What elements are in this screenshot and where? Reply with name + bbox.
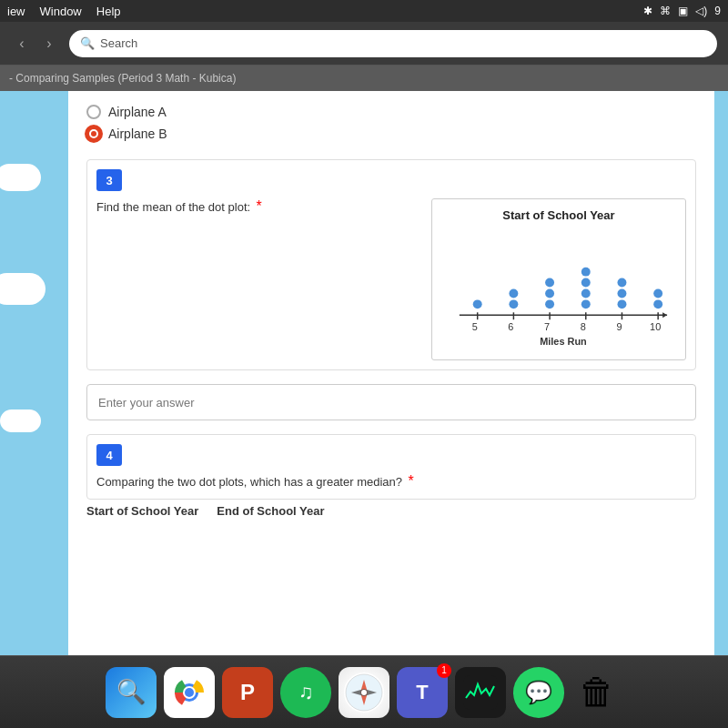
question-4-text: Comparing the two dot plots, which has a… [96,475,402,489]
search-text: Search [100,36,137,50]
dock-activity[interactable] [455,667,506,718]
bottom-label-1: Start of School Year [86,504,198,518]
dock-teams[interactable]: T 1 [397,667,448,718]
dock-spotify[interactable]: ♫ [280,667,331,718]
dock-finder[interactable]: 🔍 [106,667,157,718]
tab-bar: - Comparing Samples (Period 3 Math - Kub… [0,66,728,91]
spotify-icon: ♫ [298,681,314,704]
svg-point-17 [545,299,554,308]
dock-chrome[interactable] [164,667,215,718]
menu-bar-right: ✱ ⌘ ▣ ◁) 9 [643,5,721,17]
safari-icon [344,672,384,713]
powerpoint-icon: P [240,680,255,705]
svg-point-14 [473,299,482,308]
chrome-icon [171,674,207,711]
left-decoration [0,91,68,655]
search-bar[interactable]: 🔍 Search [69,30,717,57]
menu-bar: iew Window Help ✱ ⌘ ▣ ◁) 9 [0,0,728,22]
question-4-content: Comparing the two dot plots, which has a… [87,473,695,499]
question-3-left: Find the mean of the dot plot: * [96,198,418,360]
dock-safari[interactable] [339,667,389,718]
menu-item-window[interactable]: Window [40,5,82,18]
svg-point-20 [581,299,591,308]
question-3-content: Find the mean of the dot plot: * Start o… [87,198,695,369]
main-content: Airplane A Airplane B 3 Find the mean of… [68,91,714,655]
dock-powerpoint[interactable]: P [222,667,273,718]
svg-text:Miles Run: Miles Run [540,336,587,347]
svg-text:10: 10 [650,321,661,332]
airplane-b-label: Airplane B [108,126,167,141]
svg-point-24 [618,299,627,308]
bottom-labels: Start of School Year End of School Year [86,504,696,518]
question-4-box: 4 Comparing the two dot plots, which has… [86,434,696,500]
question-4-number: 4 [96,444,122,466]
teams-icon: T [416,681,428,704]
svg-text:7: 7 [544,321,550,332]
svg-marker-29 [662,312,667,318]
menu-item-help[interactable]: Help [96,5,121,18]
search-icon: 🔍 [80,36,95,50]
menu-item-view[interactable]: iew [7,5,25,18]
volume-icon: ◁) [695,5,707,17]
svg-point-16 [509,288,518,298]
question-3-required: * [257,198,262,214]
svg-point-28 [653,288,662,298]
svg-point-33 [185,688,194,697]
airplane-b-option[interactable]: Airplane B [86,126,696,141]
whatsapp-icon: 💬 [525,680,552,705]
svg-point-38 [361,690,367,695]
svg-point-25 [618,288,627,298]
nav-buttons: ‹ › [11,33,60,55]
right-decoration [714,91,728,655]
dot-plot-title: Start of School Year [441,208,676,222]
page-area: Airplane A Airplane B 3 Find the mean of… [0,91,728,655]
browser-chrome: ‹ › 🔍 Search [0,22,728,66]
time-display: 9 [714,5,721,17]
answer-input[interactable] [98,396,684,410]
question-4-required: * [408,473,413,489]
question-3-number: 3 [96,169,122,191]
forward-button[interactable]: › [38,33,60,55]
dock-trash[interactable]: 🗑 [571,667,622,718]
svg-point-19 [545,278,554,288]
svg-point-22 [581,278,591,288]
bottom-label-2: End of School Year [217,504,324,518]
wifi-icon: ⌘ [660,5,671,17]
airplane-a-label: Airplane A [108,105,167,119]
svg-point-21 [581,288,591,298]
cloud-3 [0,410,41,432]
svg-point-27 [653,299,662,308]
airplane-a-radio[interactable] [86,105,101,119]
bluetooth-icon: ✱ [643,5,652,17]
answer-input-container [86,384,696,420]
radio-group: Airplane A Airplane B [86,105,696,141]
trash-icon: 🗑 [579,672,615,713]
svg-point-23 [581,268,591,277]
cloud-2 [0,273,46,305]
svg-text:9: 9 [616,321,622,332]
svg-text:6: 6 [508,321,513,332]
svg-point-18 [545,288,554,298]
display-icon: ▣ [678,5,688,17]
svg-text:8: 8 [581,321,586,332]
teams-badge: 1 [437,663,451,678]
cloud-1 [0,164,41,191]
svg-text:5: 5 [472,321,478,332]
svg-point-26 [618,278,627,288]
svg-point-15 [509,299,518,308]
back-button[interactable]: ‹ [11,33,33,55]
finder-icon: 🔍 [116,678,146,706]
dot-plot-svg: 5 6 7 8 9 10 Miles Run [441,229,676,347]
question-3-box: 3 Find the mean of the dot plot: * Start… [86,159,696,370]
dock: 🔍 P ♫ T 1 [0,655,728,728]
dot-plot-container: Start of School Year 5 6 [431,198,686,360]
tab-title: - Comparing Samples (Period 3 Math - Kub… [9,72,236,85]
airplane-a-option[interactable]: Airplane A [86,105,696,119]
airplane-b-radio[interactable] [86,126,101,141]
question-3-text: Find the mean of the dot plot: [96,200,250,214]
activity-icon [463,675,498,710]
dock-whatsapp[interactable]: 💬 [513,667,564,718]
